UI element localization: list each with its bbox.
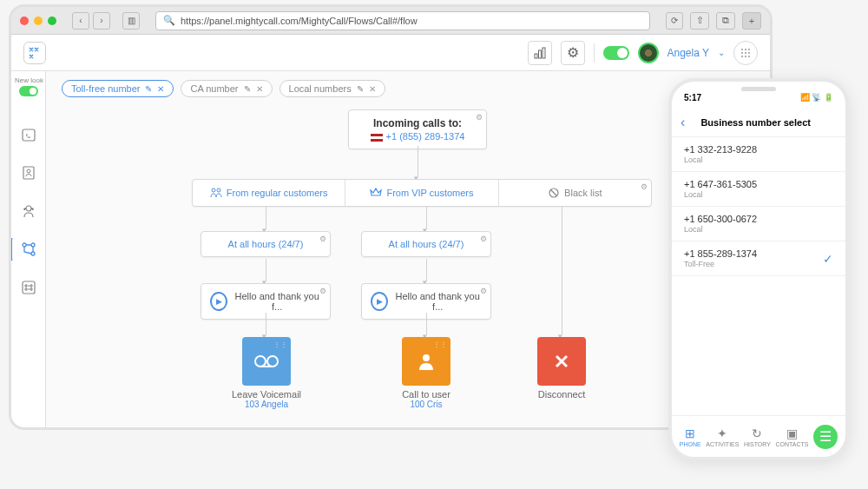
drag-handle-icon[interactable]: ⋮⋮ xyxy=(433,340,447,348)
phone-screen-title: Business number select xyxy=(685,117,837,128)
play-button[interactable]: ▶ xyxy=(210,292,227,311)
list-item[interactable]: +1 332-213-9228Local xyxy=(672,137,845,172)
app-logo-icon[interactable] xyxy=(23,42,46,64)
main-content: Toll-free number ✎ ✕ CA number ✎ ✕ Local… xyxy=(46,71,770,427)
voicemail-action[interactable]: ⋮⋮ xyxy=(242,337,291,386)
back-button[interactable]: ‹ xyxy=(72,12,89,30)
username-dropdown[interactable]: Angela Y xyxy=(667,47,710,59)
list-item[interactable]: +1 647-361-5305Local xyxy=(672,172,845,207)
from-vip-node[interactable]: From VIP customers xyxy=(345,180,498,206)
number-list: +1 332-213-9228Local +1 647-361-5305Loca… xyxy=(672,137,845,276)
calendar-phone-icon[interactable] xyxy=(17,123,40,146)
gear-icon[interactable]: ⚙ xyxy=(476,113,483,122)
pencil-icon[interactable]: ✎ xyxy=(357,84,364,94)
svg-point-27 xyxy=(423,354,430,361)
us-flag-icon xyxy=(371,134,383,142)
list-item[interactable]: +1 650-300-0672Local xyxy=(672,207,845,241)
chevron-down-icon: ⌄ xyxy=(718,48,725,57)
gear-icon[interactable]: ⚙ xyxy=(480,235,487,243)
close-window-icon[interactable] xyxy=(20,17,29,25)
signal-icon: 📶 xyxy=(800,93,810,102)
gear-icon[interactable]: ⚙ xyxy=(319,287,326,295)
tab-ca-number[interactable]: CA number ✎ ✕ xyxy=(181,80,272,97)
svg-point-15 xyxy=(26,206,31,211)
connector xyxy=(426,313,427,335)
disconnect-label: Disconnect xyxy=(518,389,605,400)
phone-notch xyxy=(720,82,798,97)
tabs-icon[interactable]: ⧉ xyxy=(716,12,735,30)
svg-point-14 xyxy=(27,169,30,173)
pencil-icon[interactable]: ✎ xyxy=(244,84,251,94)
disconnect-action[interactable] xyxy=(537,337,586,386)
svg-point-17 xyxy=(31,243,35,247)
settings-icon[interactable]: ⚙ xyxy=(561,41,585,65)
svg-line-23 xyxy=(551,190,557,196)
block-icon xyxy=(548,187,560,199)
tab-history[interactable]: ↻ HISTORY xyxy=(744,426,771,447)
gear-icon[interactable]: ⚙ xyxy=(480,287,487,295)
close-icon[interactable]: ✕ xyxy=(157,84,164,94)
calluser-label: Call to user 100 Cris xyxy=(383,389,470,409)
window-controls xyxy=(20,17,56,25)
svg-point-7 xyxy=(745,52,746,54)
svg-point-24 xyxy=(255,356,266,367)
user-avatar[interactable] xyxy=(638,43,659,63)
svg-point-25 xyxy=(267,356,278,367)
connector xyxy=(266,313,266,335)
incoming-number: +1 (855) 289-1374 xyxy=(386,131,465,142)
forward-button[interactable]: › xyxy=(93,12,110,30)
close-icon[interactable]: ✕ xyxy=(369,84,376,94)
list-item[interactable]: +1 855-289-1374Toll-Free ✓ xyxy=(672,241,845,276)
play-button[interactable]: ▶ xyxy=(371,292,388,311)
connector xyxy=(562,207,562,335)
availability-toggle[interactable] xyxy=(603,46,629,60)
sidebar xyxy=(11,71,46,427)
svg-rect-1 xyxy=(538,50,541,58)
reload-button[interactable]: ⟳ xyxy=(666,12,683,30)
url-bar[interactable]: 🔍 https://panel.mightycall.com/MightyCal… xyxy=(155,11,650,30)
close-icon[interactable]: ✕ xyxy=(256,84,263,94)
tab-contacts[interactable]: ▣ CONTACTS xyxy=(776,426,809,447)
gear-icon[interactable]: ⚙ xyxy=(641,182,648,191)
share-icon[interactable]: ⇧ xyxy=(690,12,709,30)
wifi-icon: 📡 xyxy=(812,93,821,102)
tab-toll-free[interactable]: Toll-free number ✎ ✕ xyxy=(62,80,174,97)
fab-button[interactable]: ☰ xyxy=(813,425,838,449)
svg-point-8 xyxy=(748,52,750,54)
svg-point-18 xyxy=(31,252,35,255)
dialpad-button[interactable] xyxy=(733,41,758,65)
call-user-action[interactable]: ⋮⋮ xyxy=(402,337,450,386)
svg-rect-0 xyxy=(535,54,537,58)
svg-point-21 xyxy=(217,188,220,192)
svg-point-5 xyxy=(748,49,750,50)
hash-icon[interactable] xyxy=(17,276,40,299)
tab-local-numbers[interactable]: Local numbers ✎ ✕ xyxy=(279,80,385,97)
call-flow-icon[interactable] xyxy=(10,238,44,261)
node-title: Incoming calls to: xyxy=(358,117,477,129)
contacts-icon[interactable] xyxy=(17,162,40,184)
url-text: https://panel.mightycall.com/MightyCall/… xyxy=(181,16,418,26)
new-tab-button[interactable]: + xyxy=(742,12,761,30)
app-header: ⚙ Angela Y ⌄ xyxy=(11,35,770,71)
from-regular-node[interactable]: From regular customers xyxy=(193,180,345,206)
voicemail-label: Leave Voicemail 103 Angela xyxy=(223,389,310,409)
stats-icon[interactable] xyxy=(528,41,552,65)
tab-phone[interactable]: ⊞ PHONE xyxy=(680,426,701,447)
sidebar-toggle-icon[interactable]: ▥ xyxy=(122,12,140,30)
pencil-icon[interactable]: ✎ xyxy=(145,84,152,94)
minimize-window-icon[interactable] xyxy=(34,17,43,25)
connector xyxy=(426,207,427,229)
maximize-window-icon[interactable] xyxy=(48,17,56,25)
drag-handle-icon[interactable]: ⋮⋮ xyxy=(273,340,287,348)
blacklist-node[interactable]: Black list xyxy=(499,180,651,206)
hours-node-1[interactable]: ⚙ At all hours (24/7) xyxy=(201,231,331,257)
support-agent-icon[interactable] xyxy=(17,200,40,222)
svg-rect-12 xyxy=(23,129,35,141)
gear-icon[interactable]: ⚙ xyxy=(319,235,326,243)
new-look-toggle[interactable] xyxy=(19,86,38,96)
incoming-calls-node[interactable]: ⚙ Incoming calls to: +1 (855) 289-1374 xyxy=(348,109,487,149)
tab-activities[interactable]: ✦ ACTIVITIES xyxy=(706,426,739,447)
hours-node-2[interactable]: ⚙ At all hours (24/7) xyxy=(361,231,491,257)
svg-point-3 xyxy=(741,49,743,50)
check-icon: ✓ xyxy=(823,252,833,266)
